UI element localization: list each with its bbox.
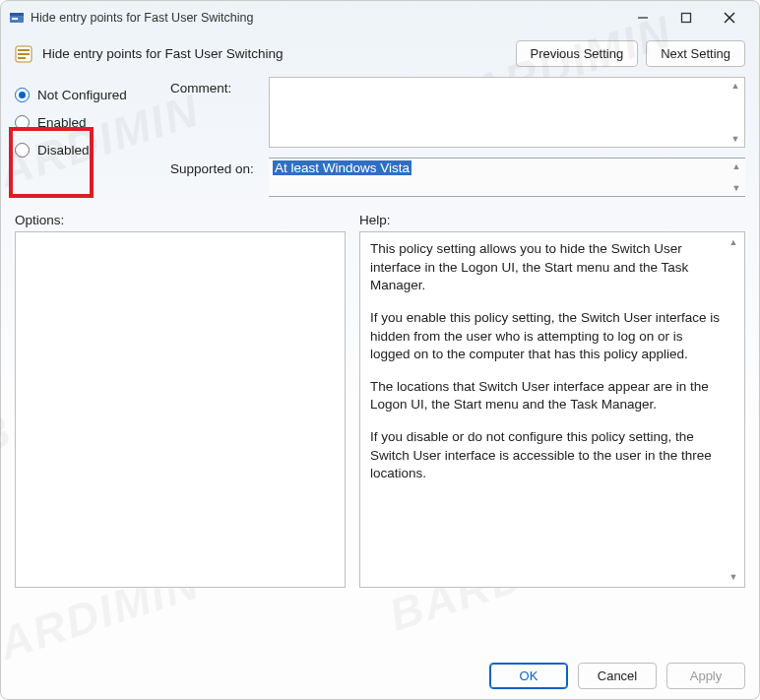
radio-enabled[interactable]: Enabled — [15, 108, 162, 136]
help-paragraph: If you enable this policy setting, the S… — [370, 309, 723, 364]
state-radio-group: Not Configured Enabled Disabled — [15, 77, 162, 163]
maximize-button[interactable] — [665, 4, 708, 32]
header-row: Hide entry points for Fast User Switchin… — [1, 34, 759, 77]
previous-setting-button[interactable]: Previous Setting — [516, 40, 639, 67]
svg-rect-1 — [10, 13, 24, 16]
scroll-up-icon[interactable]: ▲ — [729, 160, 743, 172]
scroll-up-icon[interactable]: ▲ — [728, 80, 742, 92]
help-paragraph: This policy setting allows you to hide t… — [370, 240, 723, 295]
scroll-down-icon[interactable]: ▼ — [729, 182, 743, 194]
scroll-down-icon[interactable]: ▼ — [728, 133, 742, 145]
next-setting-button[interactable]: Next Setting — [646, 40, 745, 67]
policy-icon — [15, 45, 32, 63]
radio-icon — [15, 143, 30, 158]
radio-icon — [15, 88, 30, 102]
options-label: Options: — [15, 213, 359, 227]
scroll-up-icon[interactable]: ▲ — [727, 236, 740, 248]
radio-label: Disabled — [37, 143, 90, 158]
supported-on-label: Supported on: — [170, 158, 261, 176]
ok-button[interactable]: OK — [489, 663, 568, 689]
svg-rect-4 — [682, 14, 691, 23]
radio-label: Enabled — [37, 115, 87, 130]
close-button[interactable] — [708, 4, 751, 32]
app-icon — [9, 10, 25, 26]
options-panel — [15, 231, 346, 588]
apply-button[interactable]: Apply — [666, 663, 745, 689]
scroll-down-icon[interactable]: ▼ — [727, 571, 740, 583]
dialog-footer: OK Cancel Apply — [489, 663, 745, 689]
dialog-window: BARDIMIN BARDIMIN BARDIMIN BARDIMIN BARD… — [0, 0, 760, 700]
svg-rect-10 — [18, 57, 26, 59]
help-paragraph: The locations that Switch User interface… — [370, 378, 723, 414]
supported-on-field: At least Windows Vista ▲ ▼ — [269, 158, 745, 197]
help-label: Help: — [359, 213, 391, 227]
radio-disabled[interactable]: Disabled — [15, 136, 162, 163]
comment-textarea[interactable]: ▲ ▼ — [269, 77, 745, 148]
help-panel: This policy setting allows you to hide t… — [359, 231, 745, 588]
cancel-button[interactable]: Cancel — [578, 663, 657, 689]
svg-rect-8 — [18, 49, 30, 51]
radio-label: Not Configured — [37, 88, 127, 102]
titlebar: Hide entry points for Fast User Switchin… — [1, 1, 759, 34]
window-title: Hide entry points for Fast User Switchin… — [31, 11, 253, 25]
svg-rect-9 — [18, 53, 30, 55]
minimize-button[interactable] — [621, 4, 665, 32]
supported-on-value: At least Windows Vista — [273, 160, 412, 175]
radio-not-configured[interactable]: Not Configured — [15, 81, 162, 108]
help-paragraph: If you disable or do not configure this … — [370, 428, 723, 483]
comment-label: Comment: — [170, 77, 261, 95]
policy-title: Hide entry points for Fast User Switchin… — [42, 46, 506, 61]
svg-rect-2 — [12, 18, 18, 20]
radio-icon — [15, 115, 30, 130]
